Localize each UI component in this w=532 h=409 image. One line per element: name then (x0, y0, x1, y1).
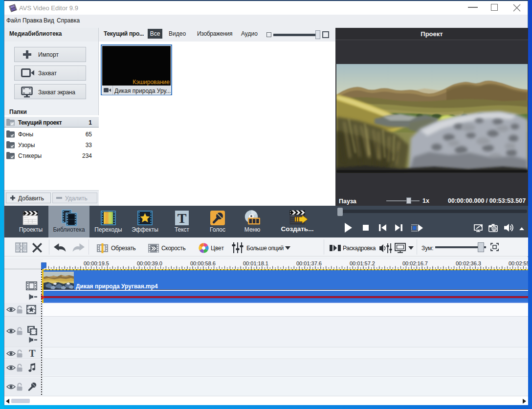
svg-text:00:00:58.6: 00:00:58.6 (190, 260, 216, 266)
svg-text:00:00:39.0: 00:00:39.0 (137, 260, 162, 266)
svg-text:T: T (177, 211, 187, 225)
svg-text:00:02:36.3: 00:02:36.3 (456, 260, 481, 266)
svg-text:00:02:55.8: 00:02:55.8 (509, 260, 528, 266)
svg-text:00:01:18.1: 00:01:18.1 (243, 260, 268, 266)
svg-text:00:00:19.5: 00:00:19.5 (84, 260, 109, 266)
svg-text:00:02:16.7: 00:02:16.7 (402, 260, 428, 266)
svg-text:00:01:57.2: 00:01:57.2 (350, 260, 375, 266)
svg-text:00:01:37.6: 00:01:37.6 (296, 260, 322, 266)
